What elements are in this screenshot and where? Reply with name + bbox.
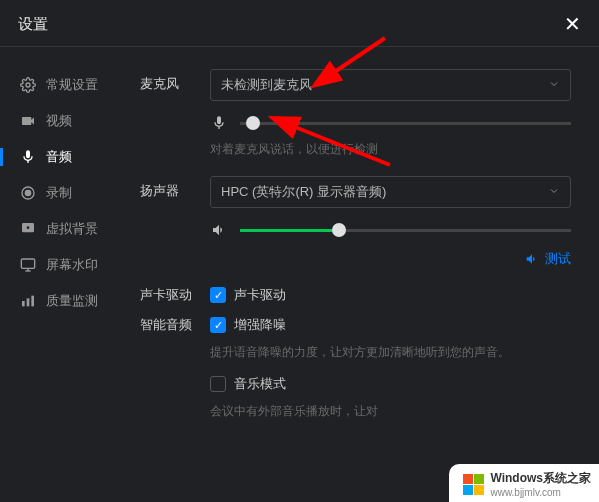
svg-rect-10 [31,296,34,307]
sidebar-item-label: 视频 [46,112,72,130]
sidebar-item-label: 录制 [46,184,72,202]
microphone-label: 麦克风 [140,69,210,93]
svg-point-2 [25,190,30,195]
music-hint: 会议中有外部音乐播放时，让对 [210,403,571,420]
svg-line-11 [330,38,385,75]
speaker-slider[interactable] [240,229,571,232]
record-icon [20,185,36,201]
sidebar-item-label: 屏幕水印 [46,256,98,274]
gear-icon [20,77,36,93]
svg-rect-8 [22,301,25,306]
sidebar-item-general[interactable]: 常规设置 [0,67,130,103]
music-checkbox-label: 音乐模式 [234,375,286,393]
annotation-arrow [275,30,395,90]
sidebar: 常规设置 视频 音频 录制 虚拟背景 [0,47,130,501]
mic-slider-icon [210,115,228,131]
driver-checkbox-label: 声卡驱动 [234,286,286,304]
smart-audio-label: 智能音频 [140,316,210,334]
speaker-slider-icon [210,222,228,238]
chevron-down-icon [548,185,560,200]
volume-icon [525,252,539,266]
svg-point-4 [27,226,30,229]
speaker-select[interactable]: HPC (英特尔(R) 显示器音频) [210,176,571,208]
svg-rect-5 [21,259,34,268]
page-title: 设置 [18,15,48,34]
chevron-down-icon [548,78,560,93]
sidebar-item-audio[interactable]: 音频 [0,139,130,175]
svg-point-0 [26,83,30,87]
quality-icon [20,293,36,309]
noise-hint: 提升语音降噪的力度，让对方更加清晰地听到您的声音。 [210,344,571,361]
sidebar-item-label: 虚拟背景 [46,220,98,238]
sidebar-item-background[interactable]: 虚拟背景 [0,211,130,247]
sidebar-item-label: 音频 [46,148,72,166]
watermark-title: Windows系统之家 [490,470,591,487]
windows-logo-icon [463,474,484,495]
music-checkbox[interactable] [210,376,226,392]
svg-rect-9 [27,298,30,306]
screen-icon [20,257,36,273]
sidebar-item-video[interactable]: 视频 [0,103,130,139]
annotation-arrow [260,95,400,175]
driver-checkbox[interactable]: ✓ [210,287,226,303]
noise-checkbox[interactable]: ✓ [210,317,226,333]
sidebar-item-label: 质量监测 [46,292,98,310]
sidebar-item-label: 常规设置 [46,76,98,94]
sidebar-item-watermark[interactable]: 屏幕水印 [0,247,130,283]
sidebar-item-quality[interactable]: 质量监测 [0,283,130,319]
speaker-label: 扬声器 [140,176,210,200]
speaker-test-button[interactable]: 测试 [210,250,571,268]
driver-label: 声卡驱动 [140,286,210,304]
svg-line-12 [290,125,390,165]
video-icon [20,113,36,129]
mic-icon [20,149,36,165]
close-icon[interactable]: ✕ [564,14,581,34]
background-icon [20,221,36,237]
sidebar-item-record[interactable]: 录制 [0,175,130,211]
speaker-selected: HPC (英特尔(R) 显示器音频) [221,183,386,201]
noise-checkbox-label: 增强降噪 [234,316,286,334]
watermark-url: www.bjjmlv.com [490,487,591,498]
watermark: Windows系统之家 www.bjjmlv.com [449,464,599,502]
